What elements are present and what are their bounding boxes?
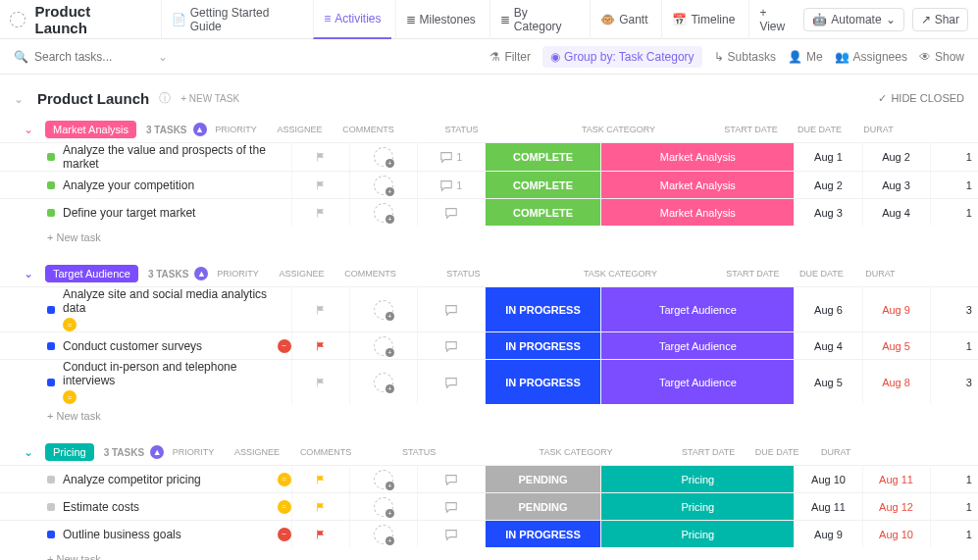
task-row[interactable]: Outline business goals − IN PROGRESS Pri…: [0, 520, 978, 547]
col-due[interactable]: DUE DATE: [786, 125, 854, 134]
view-tab-activities[interactable]: ≡ Activities: [313, 0, 390, 39]
due-date-cell[interactable]: Aug 2: [862, 143, 930, 171]
start-date-cell[interactable]: Aug 2: [794, 172, 861, 198]
chevron-down-icon[interactable]: ⌄: [24, 445, 37, 459]
status-cell[interactable]: IN PROGRESS: [485, 332, 600, 359]
duration-cell[interactable]: 1: [930, 466, 978, 492]
start-date-cell[interactable]: Aug 1: [794, 143, 861, 171]
task-row[interactable]: Define your target market COMPLETE Marke…: [0, 198, 978, 226]
flag-icon[interactable]: [315, 340, 327, 352]
assignee-cell[interactable]: [349, 466, 417, 492]
status-dot-icon[interactable]: [47, 476, 55, 484]
due-date-cell[interactable]: Aug 4: [862, 199, 930, 226]
new-task-button[interactable]: + New task: [0, 547, 978, 560]
view-tab-timeline[interactable]: 📅 Timeline: [661, 0, 745, 39]
comments-cell[interactable]: 1: [417, 172, 485, 198]
task-row[interactable]: Analyze site and social media analytics …: [0, 286, 978, 331]
subtasks-button[interactable]: ↳ Subtasks: [714, 50, 776, 64]
col-start[interactable]: START DATE: [718, 269, 787, 279]
priority-cell[interactable]: [291, 199, 349, 226]
col-status[interactable]: STATUS: [403, 125, 521, 134]
group-name-badge[interactable]: Pricing: [45, 443, 94, 461]
group-by-button[interactable]: ◉ Group by: Task Category: [542, 46, 702, 68]
chevron-down-icon[interactable]: ⌄: [158, 50, 168, 64]
due-date-cell[interactable]: Aug 11: [862, 466, 930, 492]
comments-cell[interactable]: [417, 287, 485, 331]
col-category[interactable]: TASK CATEGORY: [521, 125, 717, 134]
col-due[interactable]: DUE DATE: [787, 269, 855, 279]
assignee-cell[interactable]: [349, 493, 417, 520]
start-date-cell[interactable]: Aug 11: [794, 493, 861, 520]
assignee-cell[interactable]: [349, 332, 417, 359]
start-date-cell[interactable]: Aug 6: [794, 287, 861, 331]
category-cell[interactable]: Target Audience: [600, 360, 794, 404]
status-dot-icon[interactable]: [47, 306, 55, 314]
duration-cell[interactable]: 1: [930, 172, 978, 198]
comments-cell[interactable]: [417, 199, 485, 226]
hide-closed-button[interactable]: ✓ HIDE CLOSED: [878, 92, 964, 105]
priority-cell[interactable]: [291, 360, 349, 404]
duration-cell[interactable]: 1: [930, 521, 978, 547]
status-cell[interactable]: PENDING: [485, 493, 600, 520]
col-duration[interactable]: DURAT: [855, 269, 904, 279]
task-row[interactable]: Conduct customer surveys − IN PROGRESS T…: [0, 331, 978, 359]
start-date-cell[interactable]: Aug 9: [794, 521, 861, 547]
task-row[interactable]: Estimate costs = PENDING Pricing Aug 11 …: [0, 492, 978, 520]
comments-cell[interactable]: [417, 521, 485, 547]
col-priority[interactable]: PRIORITY: [207, 125, 266, 134]
task-row[interactable]: Conduct in-person and telephone intervie…: [0, 359, 978, 404]
start-date-cell[interactable]: Aug 10: [794, 466, 861, 492]
view-tab-by-category[interactable]: ≣ By Category: [489, 0, 586, 39]
due-date-cell[interactable]: Aug 10: [862, 521, 930, 547]
comments-cell[interactable]: [417, 493, 485, 520]
assignee-cell[interactable]: [349, 521, 417, 547]
col-due[interactable]: DUE DATE: [743, 447, 811, 457]
share-button[interactable]: ↗ Shar: [912, 8, 968, 31]
col-comments[interactable]: COMMENTS: [335, 269, 404, 279]
category-cell[interactable]: Target Audience: [600, 287, 794, 331]
show-button[interactable]: 👁 Show: [919, 50, 964, 64]
col-category[interactable]: TASK CATEGORY: [478, 447, 674, 457]
assignee-cell[interactable]: [349, 172, 417, 198]
col-status[interactable]: STATUS: [360, 447, 478, 457]
chevron-down-icon[interactable]: ⌄: [24, 123, 37, 136]
duration-cell[interactable]: 3: [930, 360, 978, 404]
sort-arrow-icon[interactable]: ▲: [150, 445, 164, 459]
task-row[interactable]: Analyze your competition 1 COMPLETE Mark…: [0, 171, 978, 198]
category-cell[interactable]: Market Analysis: [600, 172, 794, 198]
duration-cell[interactable]: 1: [930, 199, 978, 226]
status-cell[interactable]: COMPLETE: [485, 143, 600, 171]
sort-arrow-icon[interactable]: ▲: [194, 267, 208, 280]
priority-cell[interactable]: [291, 521, 349, 547]
view-tab-getting-started[interactable]: 📄 Getting Started Guide: [161, 0, 309, 39]
info-icon[interactable]: ⓘ: [159, 90, 171, 107]
comments-cell[interactable]: [417, 466, 485, 492]
due-date-cell[interactable]: Aug 9: [862, 287, 930, 331]
col-comments[interactable]: COMMENTS: [335, 125, 403, 134]
start-date-cell[interactable]: Aug 4: [794, 332, 861, 359]
sort-arrow-icon[interactable]: ▲: [193, 123, 207, 136]
start-date-cell[interactable]: Aug 5: [794, 360, 861, 404]
due-date-cell[interactable]: Aug 5: [862, 332, 930, 359]
status-dot-icon[interactable]: [47, 379, 55, 386]
col-start[interactable]: START DATE: [717, 125, 786, 134]
filter-button[interactable]: ⚗ Filter: [489, 50, 531, 64]
col-assignee[interactable]: ASSIGNEE: [267, 269, 335, 279]
chevron-down-icon[interactable]: ⌄: [14, 92, 27, 106]
priority-cell[interactable]: [291, 332, 349, 359]
assignees-button[interactable]: 👥 Assignees: [835, 50, 907, 64]
category-cell[interactable]: Target Audience: [600, 332, 794, 359]
flag-icon[interactable]: [315, 501, 327, 513]
group-name-badge[interactable]: Target Audience: [45, 265, 138, 282]
status-dot-icon[interactable]: [47, 531, 55, 538]
status-dot-icon[interactable]: [47, 181, 55, 189]
col-assignee[interactable]: ASSIGNEE: [223, 447, 291, 457]
status-cell[interactable]: IN PROGRESS: [485, 521, 600, 547]
duration-cell[interactable]: 1: [930, 493, 978, 520]
col-category[interactable]: TASK CATEGORY: [522, 269, 718, 279]
col-comments[interactable]: COMMENTS: [291, 447, 360, 457]
col-assignee[interactable]: ASSIGNEE: [266, 125, 335, 134]
status-cell[interactable]: COMPLETE: [485, 199, 600, 226]
priority-cell[interactable]: [291, 287, 349, 331]
duration-cell[interactable]: 1: [930, 143, 978, 171]
